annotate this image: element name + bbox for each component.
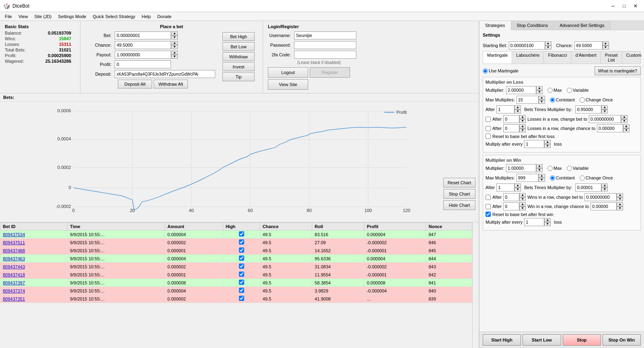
tab-strategies[interactable]: Strategies (479, 21, 511, 30)
loss-multiply-input[interactable] (524, 140, 544, 148)
high-check[interactable] (239, 296, 244, 301)
stop-on-win-button[interactable]: Stop On Win (603, 334, 641, 346)
tab-advanced-bet[interactable]: Advanced Bet Settings (554, 21, 610, 30)
strat-tab-labouchere[interactable]: Labouchère (512, 51, 544, 64)
loss-constant-radio[interactable] (550, 97, 555, 103)
minimize-button[interactable]: ─ (608, 2, 618, 10)
loss-change-chance-after-input[interactable] (503, 124, 519, 132)
win-after-up[interactable]: ▲ (514, 183, 521, 187)
loss-after-up[interactable]: ▲ (514, 105, 521, 109)
loss-max-mult-up[interactable]: ▲ (539, 96, 545, 100)
table-scroll[interactable]: Bet ID Time Amount High Chance Roll Prof… (0, 222, 472, 348)
win-max-radio-label[interactable]: Max (547, 166, 562, 171)
win-change-bet-check[interactable] (486, 195, 491, 200)
win-constant-radio[interactable] (550, 175, 555, 181)
win-change-chance-check[interactable] (486, 204, 491, 209)
win-change-bet-val[interactable] (584, 193, 617, 201)
loss-cca-up[interactable]: ▲ (519, 124, 526, 128)
high-check[interactable] (239, 288, 244, 293)
loss-variable-radio[interactable] (567, 88, 572, 93)
loss-mult-input[interactable] (506, 86, 536, 94)
win-change-bet-after-input[interactable] (503, 193, 519, 201)
strat-tab-fibonacci[interactable]: Fibonacci (544, 51, 571, 64)
loss-change-chance-check[interactable] (486, 126, 491, 131)
bet-down[interactable]: ▼ (171, 35, 178, 39)
bet-id-link[interactable]: 809437463 (3, 256, 25, 261)
loss-ccv-up[interactable]: ▲ (623, 124, 630, 128)
win-mult-input[interactable] (506, 164, 536, 172)
invest-button[interactable]: Invest (222, 62, 255, 71)
loss-change-bet-after-input[interactable] (503, 115, 519, 123)
loss-ccv-down[interactable]: ▼ (623, 128, 630, 132)
win-times-up[interactable]: ▲ (601, 183, 608, 187)
withdraw-button[interactable]: Withdraw (222, 52, 255, 61)
win-after-input[interactable] (496, 183, 514, 192)
loss-mult-up[interactable]: ▲ (536, 86, 543, 90)
win-after-down[interactable]: ▼ (514, 187, 521, 192)
loss-cba-down[interactable]: ▼ (519, 119, 526, 123)
starting-bet-down[interactable]: ▼ (545, 45, 551, 49)
win-cba-up[interactable]: ▲ (519, 193, 526, 197)
chance-up[interactable]: ▲ (171, 41, 178, 45)
win-max-mult-input[interactable] (516, 174, 539, 182)
loss-constant-radio-label[interactable]: Contstant (550, 97, 575, 103)
loss-change-chance-val[interactable] (597, 124, 623, 132)
high-check[interactable] (239, 231, 244, 237)
high-check[interactable] (239, 280, 244, 285)
bet-id-link[interactable]: 809437443 (3, 264, 25, 269)
high-check[interactable] (239, 264, 244, 269)
maximize-button[interactable]: □ (619, 2, 630, 10)
tip-button[interactable]: Tip (222, 72, 255, 81)
strat-tab-custom[interactable]: Custom (622, 51, 644, 64)
bet-low-button[interactable]: Bet Low (222, 42, 255, 51)
win-max-mult-down[interactable]: ▼ (539, 178, 545, 182)
what-is-martingale-button[interactable]: What is martingale? (595, 66, 641, 75)
strat-tab-preset[interactable]: Preset List (601, 51, 622, 64)
loss-cba-up[interactable]: ▲ (519, 115, 526, 119)
loss-cbv-down[interactable]: ▼ (621, 119, 628, 123)
win-cbv-up[interactable]: ▲ (617, 193, 623, 197)
loss-change-once-radio[interactable] (580, 97, 585, 103)
loss-reset-check[interactable] (486, 134, 491, 139)
win-cbv-down[interactable]: ▼ (617, 197, 623, 201)
bet-id-link[interactable]: 809437534 (3, 232, 25, 237)
bet-input[interactable] (115, 31, 171, 39)
win-cba-down[interactable]: ▼ (519, 197, 526, 201)
win-change-once-radio[interactable] (580, 175, 585, 181)
starting-bet-input[interactable] (509, 41, 545, 49)
loss-change-once-radio-label[interactable]: Change Once (580, 97, 613, 103)
win-times-down[interactable]: ▼ (601, 187, 608, 192)
win-ccv-up[interactable]: ▲ (617, 202, 623, 206)
bet-id-link[interactable]: 809437511 (3, 240, 25, 245)
start-high-button[interactable]: Start High (483, 334, 521, 346)
loss-multiply-up[interactable]: ▲ (544, 140, 551, 144)
strat-tab-martingale[interactable]: Martingale (483, 51, 512, 64)
profit-field-input[interactable] (115, 60, 171, 68)
win-change-chance-after-input[interactable] (503, 202, 519, 210)
menu-help[interactable]: Help (138, 12, 154, 21)
win-cca-down[interactable]: ▼ (519, 206, 526, 210)
win-mult-up[interactable]: ▲ (536, 164, 543, 168)
starting-bet-up[interactable]: ▲ (545, 41, 551, 45)
win-multiply-up[interactable]: ▲ (544, 218, 551, 222)
close-button[interactable]: ✕ (630, 2, 641, 10)
menu-view[interactable]: View (15, 12, 31, 21)
loss-times-up[interactable]: ▲ (601, 105, 608, 109)
chance-right-input[interactable] (574, 41, 603, 49)
win-max-radio[interactable] (547, 166, 553, 171)
loss-max-radio-label[interactable]: Max (547, 88, 562, 93)
bet-id-link[interactable]: 809437397 (3, 280, 25, 285)
win-change-chance-val[interactable] (591, 202, 617, 210)
menu-quick-select[interactable]: Quick Select Strategy (90, 12, 139, 21)
win-multiply-down[interactable]: ▼ (544, 222, 551, 226)
view-site-button[interactable]: View Site (268, 79, 308, 90)
loss-mult-down[interactable]: ▼ (536, 90, 543, 94)
loss-change-bet-check[interactable] (486, 117, 491, 122)
loss-max-mult-input[interactable] (516, 96, 539, 104)
username-input[interactable] (294, 31, 356, 39)
bet-high-button[interactable]: Bet High (222, 32, 255, 41)
win-ccv-down[interactable]: ▼ (617, 206, 623, 210)
loss-variable-radio-label[interactable]: Variable (567, 88, 589, 93)
win-multiply-input[interactable] (524, 218, 544, 226)
win-mult-down[interactable]: ▼ (536, 168, 543, 172)
